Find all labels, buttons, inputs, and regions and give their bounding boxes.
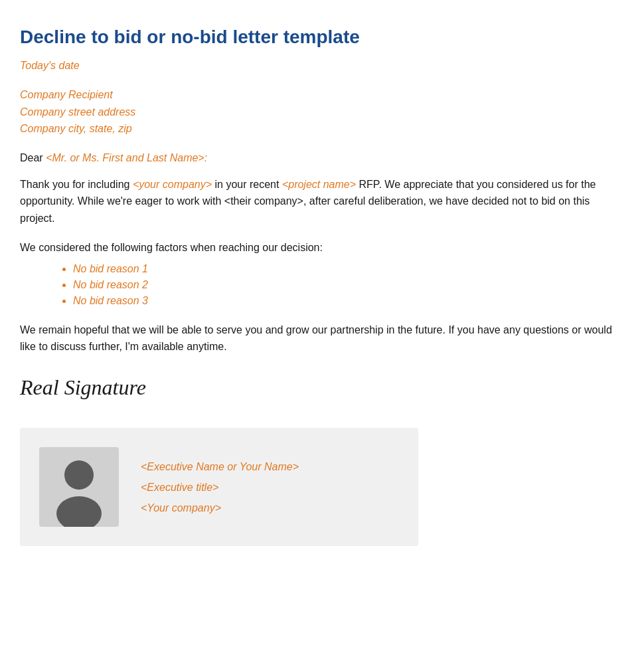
salutation-prefix: Dear: [20, 152, 46, 163]
avatar-icon: [39, 447, 119, 527]
address-street: Company street address: [20, 104, 624, 121]
body-paragraph-1: Thank you for including <your company> i…: [20, 176, 624, 227]
list-item: No bid reason 1: [73, 263, 624, 275]
signature-text: Real Signature: [20, 375, 146, 399]
avatar: [36, 444, 122, 530]
address-block: Company Recipient Company street address…: [20, 86, 624, 138]
contact-info: <Executive Name or Your Name> <Executive…: [141, 458, 299, 518]
signature-area: Real Signature: [20, 374, 624, 402]
factors-intro: We considered the following factors when…: [20, 242, 624, 254]
body1-your-company: <your company>: [133, 179, 212, 190]
svg-point-1: [64, 460, 94, 490]
contact-company: <Your company>: [141, 499, 299, 517]
address-recipient: Company Recipient: [20, 86, 624, 104]
contact-title: <Executive title>: [141, 478, 299, 496]
salutation: Dear <Mr. or Ms. First and Last Name>:: [20, 152, 624, 164]
date-line: Today's date: [20, 60, 624, 72]
body1-project: <project name>: [282, 179, 356, 190]
page-title: Decline to bid or no-bid letter template: [20, 27, 624, 48]
salutation-placeholder: <Mr. or Ms. First and Last Name>:: [46, 152, 207, 163]
address-city: Company city, state, zip: [20, 120, 624, 138]
list-item: No bid reason 3: [73, 295, 624, 307]
reasons-list: No bid reason 1 No bid reason 2 No bid r…: [20, 263, 624, 307]
list-item: No bid reason 2: [73, 279, 624, 291]
closing-paragraph: We remain hopeful that we will be able t…: [20, 322, 624, 355]
body1-prefix: Thank you for including: [20, 179, 133, 190]
contact-name: <Executive Name or Your Name>: [141, 458, 299, 476]
contact-card: <Executive Name or Your Name> <Executive…: [20, 428, 418, 546]
body1-middle: in your recent: [212, 179, 282, 190]
